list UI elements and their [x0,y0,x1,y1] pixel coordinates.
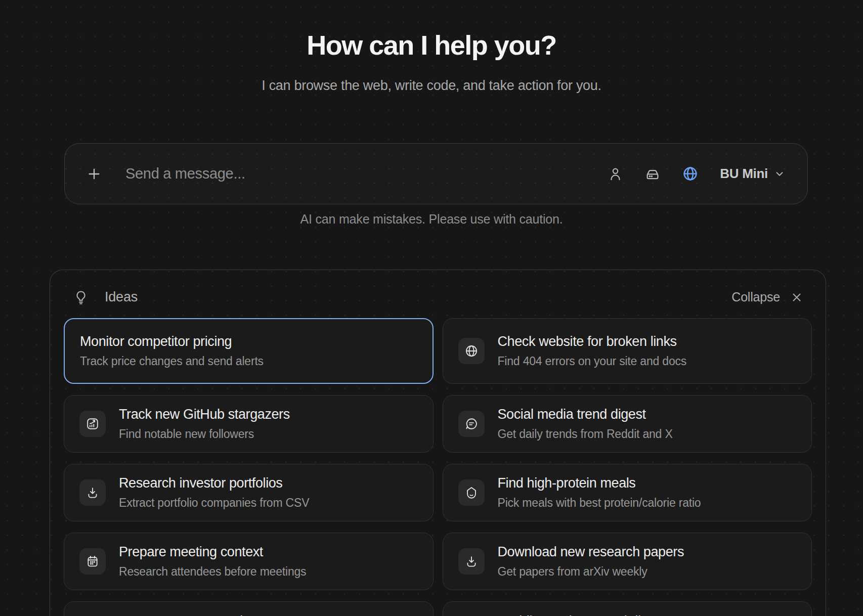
idea-card[interactable]: Monitor competitor pricing Track price c… [64,318,434,384]
close-button[interactable] [790,291,803,304]
hero: How can I help you? I can browse the web… [0,29,863,94]
hard-drive-icon [644,166,661,182]
close-icon [790,291,803,304]
globe-icon [682,165,699,182]
idea-title: Check website for broken links [498,334,687,349]
ideas-panel: Ideas Collapse Monitor competitor pricin… [50,270,826,616]
lightbulb-icon [73,290,89,305]
download-icon [458,548,485,575]
plus-icon [86,166,102,182]
ideas-header: Ideas Collapse [50,270,826,305]
idea-subtitle: Get papers from arXiv weekly [498,565,684,579]
idea-title: Monitor competitor pricing [80,334,264,349]
idea-card[interactable]: Reddit mentions trend digest [443,601,812,616]
globe-icon [458,338,485,364]
page-title: How can I help you? [0,29,863,61]
idea-title: Prepare meeting context [119,544,306,560]
page-subtitle: I can browse the web, write code, and ta… [0,78,863,94]
idea-title: Track new GitHub stargazers [119,407,290,422]
idea-card[interactable]: Track new GitHub stargazers Find notable… [64,395,434,453]
chevron-down-icon [774,168,785,180]
persona-button[interactable] [608,166,623,182]
chart-trend-icon [79,411,106,437]
idea-title: Research investor portfolios [119,475,309,491]
attach-button[interactable] [86,166,102,182]
person-icon [608,166,623,182]
idea-card[interactable]: Check website for broken links Find 404 … [443,318,812,384]
idea-card[interactable]: Scrape Amazon products [64,601,434,616]
idea-title: Scrape Amazon products [119,613,267,616]
meal-icon [458,479,485,506]
calendar-icon [79,548,106,575]
idea-subtitle: Find 404 errors on your site and docs [498,355,687,368]
idea-title: Reddit mentions trend digest [498,613,666,616]
idea-card[interactable]: Prepare meeting context Research attende… [64,533,434,590]
model-label: BU Mini [720,166,768,182]
message-input[interactable]: Send a message... [125,165,608,182]
chat-bubble-icon [458,411,485,437]
model-selector[interactable]: BU Mini [720,166,785,182]
web-browse-button[interactable] [682,165,699,182]
collapse-button[interactable]: Collapse [731,290,780,304]
storage-button[interactable] [644,166,661,182]
idea-title: Download new research papers [498,544,684,560]
download-icon [79,479,106,506]
idea-subtitle: Get daily trends from Reddit and X [498,427,673,441]
idea-subtitle: Pick meals with best protein/calorie rat… [498,496,701,510]
message-composer[interactable]: Send a message... BU Mini [64,143,808,204]
ideas-title: Ideas [105,289,138,305]
idea-card[interactable]: Download new research papers Get papers … [443,533,812,590]
idea-card[interactable]: Research investor portfolios Extract por… [64,464,434,521]
ideas-grid: Monitor competitor pricing Track price c… [64,318,812,616]
idea-card[interactable]: Find high-protein meals Pick meals with … [443,464,812,521]
idea-subtitle: Extract portfolio companies from CSV [119,496,309,510]
ai-disclaimer: AI can make mistakes. Please use with ca… [0,212,863,227]
idea-title: Social media trend digest [498,407,673,422]
idea-subtitle: Track price changes and send alerts [80,355,264,368]
idea-subtitle: Find notable new followers [119,427,290,441]
idea-title: Find high-protein meals [498,475,701,491]
idea-subtitle: Research attendees before meetings [119,565,306,579]
idea-card[interactable]: Social media trend digest Get daily tren… [443,395,812,453]
